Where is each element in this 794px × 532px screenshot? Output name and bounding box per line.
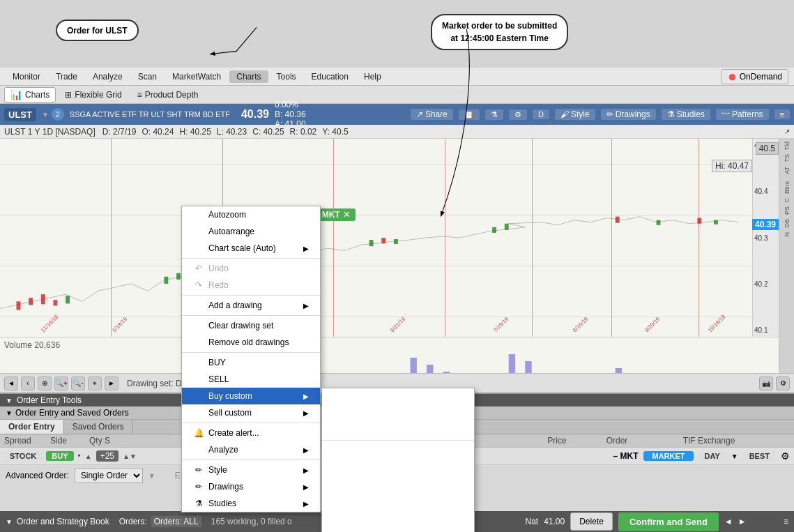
- menu-tools[interactable]: Tools: [270, 70, 303, 83]
- ctx-buy-sell-350[interactable]: Buy / Sell +3.50% (Salil): [322, 509, 474, 526]
- ctx-autozoom[interactable]: Autozoom: [182, 206, 320, 223]
- nav-left-icon[interactable]: ◄: [724, 517, 733, 526]
- add-button[interactable]: ⊕: [38, 377, 52, 390]
- drawings-icon: ✏: [193, 482, 204, 492]
- ctx-market-submit[interactable]: Market Submit at 12:45:00 (Salil): [322, 526, 474, 532]
- sidebar-ts[interactable]: TS: [784, 154, 791, 162]
- ctx-buy[interactable]: BUY: [182, 354, 320, 371]
- toolbar: 📊 Charts ⊞ Flexible Grid ≡ Product Depth: [0, 86, 794, 104]
- advanced-order-select[interactable]: Single Order: [75, 468, 143, 483]
- patterns-button[interactable]: 〰 Patterns: [716, 109, 769, 120]
- tab-saved-orders[interactable]: Saved Orders: [64, 420, 133, 434]
- prev-button[interactable]: ‹: [21, 377, 35, 390]
- gear-button[interactable]: ⚙: [509, 109, 527, 120]
- side-icon: •: [78, 451, 81, 461]
- share-button[interactable]: ↗ Share: [411, 109, 453, 120]
- copy-button[interactable]: 📋: [459, 109, 480, 120]
- next-button[interactable]: ►: [105, 377, 119, 390]
- row-settings-icon[interactable]: ⚙: [781, 450, 790, 462]
- svg-rect-11: [492, 227, 496, 233]
- toolbar-charts[interactable]: 📊 Charts: [4, 87, 56, 102]
- ctx-create-alert[interactable]: 🔔 Create alert...: [182, 425, 320, 441]
- confirm-send-button[interactable]: Confirm and Send: [618, 512, 719, 531]
- mkt-close-icon[interactable]: ✕: [343, 210, 350, 220]
- ctx-buy-sell-200[interactable]: Buy / Sell +2.00% (Salil): [322, 459, 474, 476]
- menu-trade[interactable]: Trade: [49, 70, 84, 83]
- sidebar-db[interactable]: DB: [784, 219, 791, 228]
- ctx-drawings[interactable]: ✏ Drawings ▶: [182, 478, 320, 495]
- menu-analyze[interactable]: Analyze: [86, 70, 130, 83]
- ctx-separator-2: [182, 295, 320, 296]
- toolbar-productdepth[interactable]: ≡ Product Depth: [131, 88, 205, 102]
- zoom-out-button[interactable]: 🔍-: [71, 377, 85, 390]
- menu-help[interactable]: Help: [357, 70, 388, 83]
- menu-charts[interactable]: Charts: [229, 70, 268, 83]
- svg-rect-5: [164, 277, 168, 284]
- cursor-button[interactable]: ⌖: [88, 377, 102, 390]
- svg-rect-8: [369, 240, 374, 246]
- sidebar-c[interactable]: C: [784, 198, 791, 203]
- settings-button[interactable]: ⚙: [776, 377, 790, 390]
- settings-icon[interactable]: ≡: [784, 517, 788, 526]
- tif-badge: DAY: [699, 451, 726, 461]
- prev-page-button[interactable]: ◄: [4, 377, 18, 390]
- ctx-chartscale[interactable]: Chart scale (Auto) ▶: [182, 240, 320, 257]
- tif-expand-icon[interactable]: ▼: [731, 453, 738, 460]
- ctx-style[interactable]: ✏ Style ▶: [182, 462, 320, 478]
- sidebar-tid[interactable]: Tid: [784, 142, 791, 150]
- sidebar-ps[interactable]: PS: [784, 206, 791, 215]
- svg-rect-12: [505, 224, 509, 230]
- ondemand-button[interactable]: ⏺ OnDemand: [721, 69, 788, 84]
- nav-right-icon[interactable]: ►: [738, 517, 747, 526]
- ctx-analyze[interactable]: Analyze ▶: [182, 441, 320, 458]
- ctx-with-stoplimit[interactable]: with STOPLIMIT: [322, 422, 474, 439]
- svg-rect-14: [657, 220, 661, 225]
- ctx-buy-sell-150[interactable]: Buy / Sell +1.50% (Salil): [322, 442, 474, 459]
- menu-marketwatch[interactable]: MarketWatch: [165, 70, 228, 83]
- letter-d-button[interactable]: D: [533, 109, 549, 119]
- stock-symbol[interactable]: ULST: [4, 108, 36, 121]
- ctx-clear-drawing[interactable]: Clear drawing set: [182, 317, 320, 334]
- collapse-icon[interactable]: ▼: [6, 397, 13, 404]
- delete-button[interactable]: Delete: [570, 512, 613, 531]
- side-icon2: ▲: [85, 453, 92, 460]
- ctx-studies[interactable]: ⚗ Studies ▶: [182, 495, 320, 512]
- ctx-sell[interactable]: SELL: [182, 371, 320, 388]
- ctx-buy-custom[interactable]: Buy custom ▶ with OCO Bracket with STOP …: [182, 388, 320, 404]
- stock-header: ULST ▼ 2 SSGA ACTIVE ETF TR ULT SHT TRM …: [0, 104, 794, 125]
- studies-button[interactable]: ⚗ Studies: [662, 109, 710, 120]
- ctx-sell-custom[interactable]: Sell custom ▶: [182, 404, 320, 421]
- sidebar-n[interactable]: N: [784, 232, 791, 237]
- sidebar-btns[interactable]: Btns: [784, 181, 791, 194]
- ctx-buy-sell-300[interactable]: Buy / Sell +3.00% (Salil): [322, 492, 474, 509]
- expand-icon[interactable]: ▼: [6, 409, 13, 417]
- flask-button[interactable]: ⚗: [485, 109, 503, 120]
- qty-arrows[interactable]: ▲▼: [123, 453, 137, 460]
- nat-label: Nat: [525, 517, 538, 526]
- tab-order-entry[interactable]: Order Entry: [0, 420, 64, 434]
- toolbar-flexgrid[interactable]: ⊞ Flexible Grid: [59, 88, 128, 102]
- menu-expand-button[interactable]: ≡: [774, 109, 790, 119]
- sidebar-at[interactable]: AT: [784, 167, 791, 174]
- zoom-in-button[interactable]: 🔍+: [54, 377, 68, 390]
- menu-education[interactable]: Education: [305, 70, 356, 83]
- footer-right: Nat 41.00 Delete Confirm and Send ◄ ► Ca…: [525, 512, 788, 531]
- menu-scan[interactable]: Scan: [131, 70, 164, 83]
- footer-expand-icon[interactable]: ▼: [6, 518, 13, 526]
- style-button[interactable]: 🖌 Style: [555, 109, 595, 120]
- style-arrow-icon: ▶: [303, 466, 309, 474]
- studies-icon: ⚗: [193, 499, 204, 508]
- drawings-button[interactable]: ✏ Drawings: [601, 109, 656, 120]
- ctx-buy-sell-250[interactable]: Buy / Sell +2.50% (Salil): [322, 476, 474, 492]
- ctx-with-stop[interactable]: with STOP: [322, 405, 474, 422]
- ctx-add-drawing[interactable]: Add a drawing ▶: [182, 297, 320, 314]
- ctx-remove-drawings[interactable]: Remove old drawings: [182, 334, 320, 351]
- camera-button[interactable]: 📷: [759, 377, 773, 390]
- ctx-autoarrange[interactable]: Autoarrange: [182, 223, 320, 240]
- orders-all[interactable]: Orders: ALL: [151, 516, 201, 527]
- expand-arrow[interactable]: ▼: [148, 472, 155, 480]
- ctx-with-oco[interactable]: with OCO Bracket: [322, 388, 474, 405]
- status-text: 165 working, 0 filled o: [211, 517, 292, 526]
- menu-monitor[interactable]: Monitor: [6, 70, 47, 83]
- cancel-button[interactable]: Cancel: [752, 517, 778, 526]
